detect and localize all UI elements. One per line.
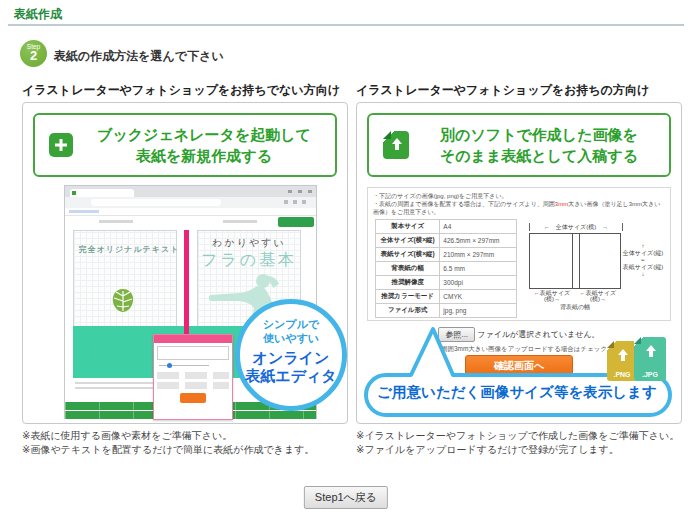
step-2-badge: Step 2 xyxy=(20,40,47,67)
diagram-total-width-label: ← 全体サイズ(横) → xyxy=(529,223,623,231)
left-column-heading: イラストレーターやフォトショップをお持ちでない方向け xyxy=(22,82,340,99)
size-spec-table: 製本サイズA4 全体サイズ(横×縦)426.5mm × 297mm 表紙サイズ(… xyxy=(375,219,517,318)
text-edit-dialog xyxy=(153,334,233,420)
cover-band-text: 完全オリジナルテキスト xyxy=(73,244,185,255)
monstera-leaf-graphic xyxy=(111,288,135,314)
table-row: 表紙サイズ(横×縦)210mm × 297mm xyxy=(376,248,517,262)
diagram-spine-width-label: 背表紙の幅 xyxy=(529,304,621,310)
upload-cover-panel: 別のソフトで作成した画像を そのまま表紙として入稿する ・下記のサイズの画像(j… xyxy=(356,102,682,424)
tab-favicon xyxy=(72,191,76,195)
size-spec-notes: ・下記のサイズの画像(jpg, png)をご用意下さい。 ・表紙の周囲まで画像を… xyxy=(373,192,665,216)
cover-subtitle-text: わかりやすい xyxy=(197,236,301,250)
diagram-cover-width-left: ←表紙サイズ(横)→ xyxy=(529,290,575,302)
table-row: 推奨カラーモードCMYK xyxy=(376,290,517,304)
back-to-step1-button[interactable]: Step1へ戻る xyxy=(304,486,388,509)
upload-cover-label: 別のソフトで作成した画像を そのまま表紙として入稿する xyxy=(409,124,669,166)
book-generator-panel: ブックジェネレータを起動して 表紙を新規作成する xyxy=(22,102,348,424)
launch-book-generator-button[interactable]: ブックジェネレータを起動して 表紙を新規作成する xyxy=(33,113,337,177)
left-note-1: ※表紙に使用する画像や素材をご準備下さい。 xyxy=(22,429,232,443)
cover-creation-page: 表紙作成 Step 2 表紙の作成方法を選んで下さい イラストレーターやフォトシ… xyxy=(0,0,692,514)
online-editor-bubble: シンプルで 使いやすい オンライン 表紙エディタ xyxy=(235,299,347,411)
table-row: ファイル形式jpg, png xyxy=(376,304,517,318)
upload-file-icon xyxy=(383,131,409,159)
diagram-cover-rect xyxy=(529,233,621,289)
cover-title-text: フラの基本 xyxy=(193,250,305,271)
browser-address-bar xyxy=(65,197,316,208)
step-badge-number: 2 xyxy=(20,50,47,62)
dialog-text-input xyxy=(157,346,229,360)
dialog-slider xyxy=(157,363,229,369)
dialog-header xyxy=(154,335,232,343)
diagram-cover-width-right: ←表紙サイズ(横)→ xyxy=(575,290,621,302)
upload-cover-button[interactable]: 別のソフトで作成した画像を そのまま表紙として入稿する xyxy=(367,113,671,177)
size-spec-box: ・下記のサイズの画像(jpg, png)をご用意下さい。 ・表紙の周囲まで画像を… xyxy=(367,187,671,321)
diagram-spine xyxy=(572,234,580,288)
right-note-2: ※ファイルをアップロードするだけで登録が完了します。 xyxy=(356,443,619,457)
browser-menu-icons xyxy=(284,200,310,204)
table-row: 背表紙の幅6.5 mm xyxy=(376,262,517,276)
spec-bullet-1: ・下記のサイズの画像(jpg, png)をご用意下さい。 xyxy=(373,192,665,200)
right-note-1: ※イラストレーターやフォトショップで作成した画像をご準備下さい。 xyxy=(356,429,679,443)
table-row: 製本サイズA4 xyxy=(376,220,517,234)
plus-icon xyxy=(49,133,73,157)
png-file-icon: .PNG xyxy=(607,341,637,381)
jpg-file-icon: .JPG xyxy=(634,337,666,381)
image-size-bubble-text: ご用意いただく画像サイズ等を表示します xyxy=(367,383,667,402)
editor-save-button xyxy=(278,217,314,227)
dialog-confirm-button xyxy=(180,393,206,403)
page-title: 表紙作成 xyxy=(14,6,62,23)
table-row: 推奨解像度300dpi xyxy=(376,276,517,290)
cover-size-diagram: ← 全体サイズ(横) → ↑ 全体サイズ(縦) ＝ 表紙サイズ(縦) ↓ ←表紙… xyxy=(529,223,665,318)
front-cover-tab-label xyxy=(223,220,257,223)
left-note-2: ※画像やテキストを配置するだけで簡単に表紙が作成できます。 xyxy=(22,443,314,457)
diagram-height-labels: ↑ 全体サイズ(縦) ＝ 表紙サイズ(縦) ↓ xyxy=(621,231,665,289)
title-divider xyxy=(8,24,684,26)
bookmarks-bar xyxy=(65,208,316,216)
back-cover-tab-label xyxy=(99,220,133,223)
browser-title-bar xyxy=(65,186,316,197)
spec-bullet-2: ・表紙の周囲まで画像を配置する場合は、下記のサイズより、周囲3mm大きい画像（塗… xyxy=(373,200,665,216)
launch-book-generator-label: ブックジェネレータを起動して 表紙を新規作成する xyxy=(73,124,335,166)
window-controls xyxy=(288,190,312,193)
step-instruction: 表紙の作成方法を選んで下さい xyxy=(54,48,224,65)
table-row: 全体サイズ(横×縦)426.5mm × 297mm xyxy=(376,234,517,248)
right-column-heading: イラストレーターやフォトショップをお持ちの方向け xyxy=(356,82,649,99)
url-field xyxy=(91,199,221,206)
browser-tab xyxy=(70,189,134,197)
